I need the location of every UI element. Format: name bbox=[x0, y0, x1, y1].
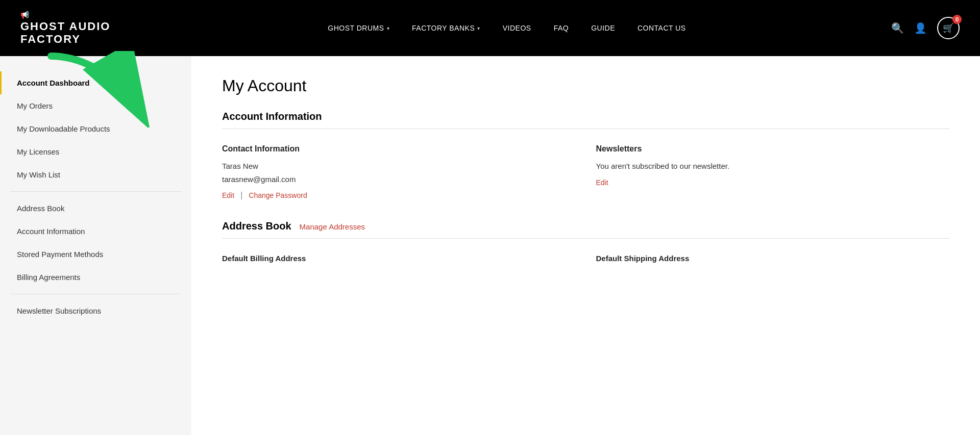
account-info-section-title: Account Information bbox=[222, 111, 949, 122]
address-book-divider bbox=[222, 238, 949, 239]
user-name: Taras New bbox=[222, 160, 576, 173]
contact-info-title: Contact Information bbox=[222, 144, 576, 153]
account-info-columns: Contact Information Taras New tarasnew@g… bbox=[222, 144, 949, 200]
newsletters-title: Newsletters bbox=[596, 144, 950, 153]
nav-guide[interactable]: GUIDE bbox=[580, 24, 626, 32]
sidebar-divider-1 bbox=[10, 191, 181, 192]
default-billing-title: Default Billing Address bbox=[222, 254, 576, 263]
sidebar-item-my-orders[interactable]: My Orders bbox=[0, 94, 191, 117]
sidebar-item-my-licenses[interactable]: My Licenses bbox=[0, 140, 191, 163]
main-nav: GHOST DRUMS ▾ FACTORY BANKS ▾ VIDEOS FAQ… bbox=[122, 24, 891, 32]
cart-icon: 🛒 bbox=[943, 22, 954, 34]
address-columns: Default Billing Address Default Shipping… bbox=[222, 254, 949, 263]
sidebar: Account Dashboard My Orders My Downloada… bbox=[0, 56, 191, 435]
account-icon[interactable]: 👤 bbox=[914, 22, 927, 34]
newsletters-column: Newsletters You aren't subscribed to our… bbox=[596, 144, 950, 200]
default-shipping-title: Default Shipping Address bbox=[596, 254, 950, 263]
logo-text-line1: GHOST AUDIO bbox=[20, 20, 110, 33]
contact-info-column: Contact Information Taras New tarasnew@g… bbox=[222, 144, 576, 200]
nav-contact-us[interactable]: CONTACT US bbox=[626, 24, 697, 32]
nav-videos[interactable]: VIDEOS bbox=[492, 24, 543, 32]
default-shipping-column: Default Shipping Address bbox=[596, 254, 950, 263]
nav-ghost-drums[interactable]: GHOST DRUMS ▾ bbox=[316, 24, 401, 32]
edit-newsletter-link[interactable]: Edit bbox=[596, 178, 608, 187]
nav-factory-banks[interactable]: FACTORY BANKS ▾ bbox=[401, 24, 492, 32]
address-book-title: Address Book bbox=[222, 220, 291, 232]
sidebar-item-newsletter-subscriptions[interactable]: Newsletter Subscriptions bbox=[0, 299, 191, 322]
logo-text-line2: FACTORY bbox=[20, 33, 81, 45]
sidebar-divider-2 bbox=[10, 294, 181, 294]
sidebar-item-stored-payment-methods[interactable]: Stored Payment Methods bbox=[0, 243, 191, 266]
address-book-header: Address Book Manage Addresses bbox=[222, 220, 949, 232]
edit-contact-link[interactable]: Edit bbox=[222, 191, 234, 199]
sidebar-item-account-dashboard[interactable]: Account Dashboard bbox=[0, 71, 191, 94]
chevron-down-icon: ▾ bbox=[477, 25, 480, 31]
site-header: 📢 GHOST AUDIO FACTORY GHOST DRUMS ▾ FACT… bbox=[0, 0, 980, 56]
sidebar-item-billing-agreements[interactable]: Billing Agreements bbox=[0, 266, 191, 289]
main-content: My Account Account Information Contact I… bbox=[191, 56, 980, 435]
newsletter-status: You aren't subscribed to our newsletter. bbox=[596, 160, 950, 173]
sidebar-item-address-book[interactable]: Address Book bbox=[0, 197, 191, 220]
cart-badge: 0 bbox=[952, 15, 962, 24]
change-password-link[interactable]: Change Password bbox=[249, 191, 307, 199]
pipe-separator: | bbox=[240, 191, 242, 200]
chevron-down-icon: ▾ bbox=[387, 25, 390, 31]
logo-icon: 📢 bbox=[20, 11, 30, 19]
sidebar-item-downloadable-products[interactable]: My Downloadable Products bbox=[0, 117, 191, 140]
page-container: Account Dashboard My Orders My Downloada… bbox=[0, 56, 980, 435]
manage-addresses-link[interactable]: Manage Addresses bbox=[300, 222, 365, 231]
nav-faq[interactable]: FAQ bbox=[543, 24, 580, 32]
user-email: tarasnew@gmail.com bbox=[222, 173, 576, 186]
account-info-divider bbox=[222, 129, 949, 129]
page-title: My Account bbox=[222, 76, 949, 95]
site-logo[interactable]: 📢 GHOST AUDIO FACTORY bbox=[20, 11, 122, 46]
cart-button[interactable]: 🛒 0 bbox=[937, 17, 960, 39]
search-icon[interactable]: 🔍 bbox=[891, 22, 904, 34]
header-icons: 🔍 👤 🛒 0 bbox=[891, 17, 960, 39]
sidebar-item-account-information[interactable]: Account Information bbox=[0, 220, 191, 243]
sidebar-item-my-wish-list[interactable]: My Wish List bbox=[0, 163, 191, 186]
default-billing-column: Default Billing Address bbox=[222, 254, 576, 263]
